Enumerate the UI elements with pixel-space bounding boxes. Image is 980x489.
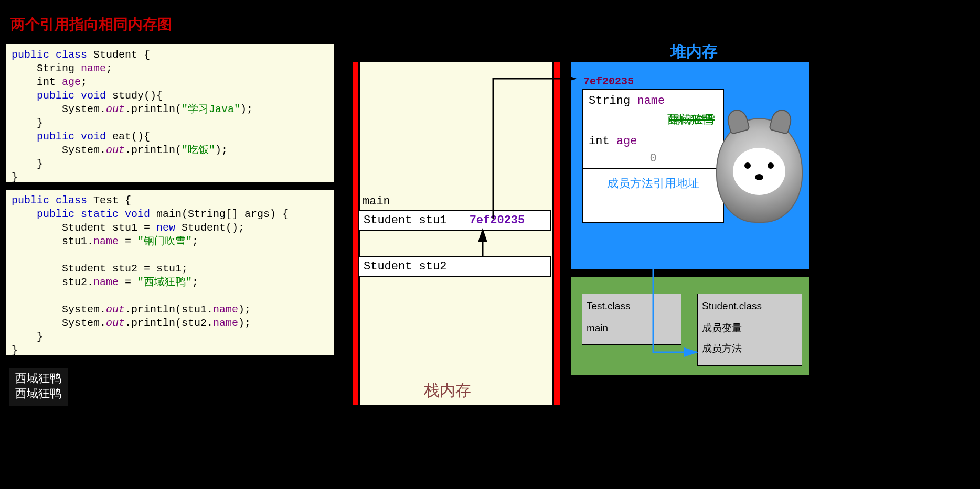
txt: stu1. [12,235,93,247]
output-line-2: 西域狂鸭 [15,387,61,403]
str: "吃饭" [182,144,215,156]
husky-nose [755,174,763,180]
field: out [106,144,125,156]
kw: public [12,49,49,61]
str: "学习Java" [182,103,240,115]
field: name [213,303,238,316]
stack-area [353,62,560,405]
field: name [81,62,106,74]
field: out [106,103,125,115]
txt: ; [81,76,87,88]
field: age [616,135,637,148]
stack-var-stu1: Student stu1 [364,214,446,227]
txt: ); [240,103,253,115]
husky-eye [744,162,751,169]
class-box-student: Student.class 成员变量 成员方法 [697,294,802,366]
field: name [637,94,665,107]
txt: Student stu1 = [12,222,156,234]
txt: .println(stu1. [125,303,213,316]
kw: public static void [12,208,156,220]
field: name [93,276,119,288]
txt: .println( [125,144,182,156]
str: "西域狂鸭" [137,276,192,288]
txt: Student { [87,49,150,61]
stack-row-stu1: Student stu1 7ef20235 [358,210,551,231]
kw: public [12,194,49,207]
txt: ); [238,303,251,316]
txt: int [12,76,62,88]
txt: stu2. [12,276,93,288]
txt: = [119,276,137,288]
txt: } [12,331,43,343]
field: name [93,235,119,247]
txt: ; [192,235,198,247]
txt: Student stu2 = stu1; [12,263,188,275]
heap-age-value: 0 [583,152,723,168]
console-output: 西域狂鸭 西域狂鸭 [9,368,68,406]
class-box-test: Test.class main [582,294,681,345]
txt: .println( [125,103,182,115]
field: out [106,303,125,316]
heap-field-age: int age [583,131,723,152]
txt: ); [238,317,251,329]
txt: = [119,235,137,247]
kw: new [156,222,175,234]
field: age [62,76,81,88]
class-student-m1: 成员变量 [702,320,797,336]
heap-object: String name 钢门吹雪 西域狂鸭 int age 0 成员方法引用地址 [582,89,724,223]
field: out [106,317,125,329]
husky-image [716,118,803,223]
field: name [213,317,238,329]
txt: ; [106,62,112,74]
txt: System. [12,144,106,156]
heap-address: 7ef20235 [583,75,634,88]
heap-method-ref: 成员方法引用地址 [583,168,723,198]
txt: (String[] args) { [182,208,289,220]
diagram-title: 两个引用指向相同内存图 [10,15,172,35]
kw: public void [12,131,112,143]
new-value: 西域狂鸭 [667,112,713,127]
txt: System. [12,317,106,329]
heap-name-value: 钢门吹雪 西域狂鸭 [583,112,723,131]
husky-eye [768,162,774,169]
txt: (){ [144,90,163,102]
class-student-name: Student.class [702,298,797,314]
txt: String [12,62,81,74]
txt: System. [12,103,106,115]
txt: (){ [131,131,150,143]
stack-inner [358,62,554,405]
class-test-name: Test.class [587,298,677,314]
type: String [589,94,630,107]
kw: class [56,194,87,207]
method: study [112,90,144,102]
txt: ; [192,276,198,288]
type: int [589,135,610,148]
txt: .println(stu2. [125,317,213,329]
kw: class [56,49,87,61]
txt: } [12,158,43,170]
stack-addr-stu1: 7ef20235 [470,214,525,227]
class-test-member: main [587,320,677,336]
husky-face [733,148,785,195]
code-block-test: public class Test { public static void m… [5,189,335,356]
method: main [156,208,182,220]
output-line-1: 西域狂鸭 [15,372,61,387]
txt: } [12,117,43,129]
heap-field-name: String name [583,90,723,112]
str: "钢门吹雪" [137,235,192,247]
class-student-m2: 成员方法 [702,341,797,356]
stack-label: 栈内存 [424,380,471,401]
method: eat [112,131,131,143]
stack-row-main: main [358,192,551,211]
txt: ); [215,144,228,156]
kw: public void [12,90,112,102]
stack-var-stu2: Student stu2 [364,260,446,273]
txt: } [12,171,18,183]
txt: } [12,344,18,356]
txt: Student(); [175,222,244,234]
txt: Test { [87,194,131,207]
heap-label: 堆内存 [670,41,718,62]
code-block-student: public class Student { String name; int … [5,43,335,183]
txt: System. [12,303,106,316]
stack-row-stu2: Student stu2 [358,256,551,277]
